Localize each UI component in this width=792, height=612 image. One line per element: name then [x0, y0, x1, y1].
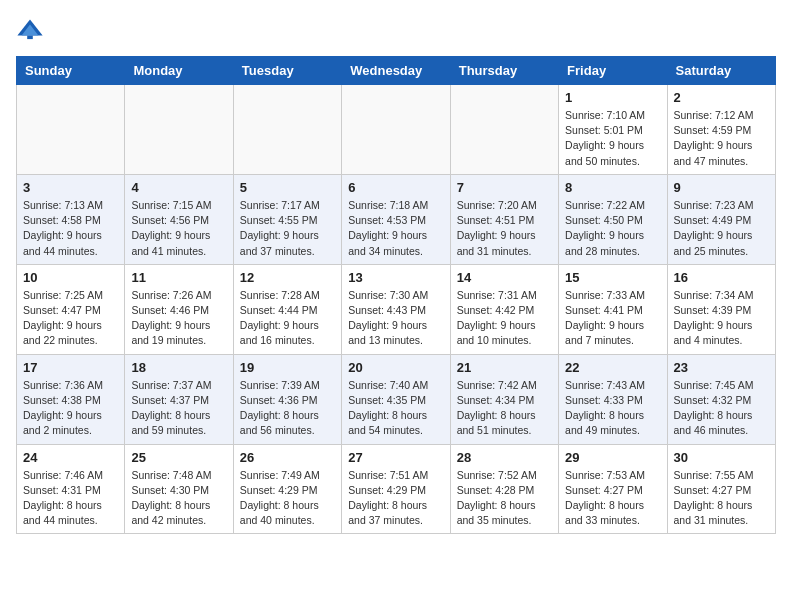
calendar-week-3: 10Sunrise: 7:25 AMSunset: 4:47 PMDayligh… — [17, 264, 776, 354]
calendar-cell: 9Sunrise: 7:23 AMSunset: 4:49 PMDaylight… — [667, 174, 775, 264]
day-number: 13 — [348, 270, 443, 285]
calendar-cell: 11Sunrise: 7:26 AMSunset: 4:46 PMDayligh… — [125, 264, 233, 354]
day-number: 9 — [674, 180, 769, 195]
day-number: 14 — [457, 270, 552, 285]
day-number: 26 — [240, 450, 335, 465]
calendar-cell: 29Sunrise: 7:53 AMSunset: 4:27 PMDayligh… — [559, 444, 667, 534]
calendar-cell: 7Sunrise: 7:20 AMSunset: 4:51 PMDaylight… — [450, 174, 558, 264]
logo-icon — [16, 16, 44, 44]
day-info: Sunrise: 7:53 AMSunset: 4:27 PMDaylight:… — [565, 468, 660, 529]
day-number: 20 — [348, 360, 443, 375]
day-info: Sunrise: 7:23 AMSunset: 4:49 PMDaylight:… — [674, 198, 769, 259]
calendar-cell — [342, 85, 450, 175]
calendar-cell: 23Sunrise: 7:45 AMSunset: 4:32 PMDayligh… — [667, 354, 775, 444]
day-info: Sunrise: 7:40 AMSunset: 4:35 PMDaylight:… — [348, 378, 443, 439]
day-number: 7 — [457, 180, 552, 195]
calendar-week-4: 17Sunrise: 7:36 AMSunset: 4:38 PMDayligh… — [17, 354, 776, 444]
day-info: Sunrise: 7:20 AMSunset: 4:51 PMDaylight:… — [457, 198, 552, 259]
calendar-cell — [450, 85, 558, 175]
day-number: 8 — [565, 180, 660, 195]
calendar-cell: 28Sunrise: 7:52 AMSunset: 4:28 PMDayligh… — [450, 444, 558, 534]
calendar-cell: 10Sunrise: 7:25 AMSunset: 4:47 PMDayligh… — [17, 264, 125, 354]
day-number: 25 — [131, 450, 226, 465]
calendar-week-2: 3Sunrise: 7:13 AMSunset: 4:58 PMDaylight… — [17, 174, 776, 264]
calendar-cell: 2Sunrise: 7:12 AMSunset: 4:59 PMDaylight… — [667, 85, 775, 175]
calendar-cell: 17Sunrise: 7:36 AMSunset: 4:38 PMDayligh… — [17, 354, 125, 444]
calendar-cell: 4Sunrise: 7:15 AMSunset: 4:56 PMDaylight… — [125, 174, 233, 264]
calendar-cell: 12Sunrise: 7:28 AMSunset: 4:44 PMDayligh… — [233, 264, 341, 354]
day-number: 4 — [131, 180, 226, 195]
day-number: 17 — [23, 360, 118, 375]
day-number: 24 — [23, 450, 118, 465]
day-number: 12 — [240, 270, 335, 285]
weekday-header-thursday: Thursday — [450, 57, 558, 85]
day-number: 1 — [565, 90, 660, 105]
calendar-cell: 21Sunrise: 7:42 AMSunset: 4:34 PMDayligh… — [450, 354, 558, 444]
day-number: 15 — [565, 270, 660, 285]
day-info: Sunrise: 7:34 AMSunset: 4:39 PMDaylight:… — [674, 288, 769, 349]
day-info: Sunrise: 7:51 AMSunset: 4:29 PMDaylight:… — [348, 468, 443, 529]
day-info: Sunrise: 7:52 AMSunset: 4:28 PMDaylight:… — [457, 468, 552, 529]
day-info: Sunrise: 7:43 AMSunset: 4:33 PMDaylight:… — [565, 378, 660, 439]
calendar-week-1: 1Sunrise: 7:10 AMSunset: 5:01 PMDaylight… — [17, 85, 776, 175]
calendar-cell — [125, 85, 233, 175]
calendar-cell: 24Sunrise: 7:46 AMSunset: 4:31 PMDayligh… — [17, 444, 125, 534]
day-info: Sunrise: 7:12 AMSunset: 4:59 PMDaylight:… — [674, 108, 769, 169]
calendar-cell: 15Sunrise: 7:33 AMSunset: 4:41 PMDayligh… — [559, 264, 667, 354]
svg-rect-2 — [27, 36, 33, 40]
day-number: 16 — [674, 270, 769, 285]
day-number: 18 — [131, 360, 226, 375]
weekday-header-wednesday: Wednesday — [342, 57, 450, 85]
day-number: 29 — [565, 450, 660, 465]
calendar-cell: 20Sunrise: 7:40 AMSunset: 4:35 PMDayligh… — [342, 354, 450, 444]
calendar-table: SundayMondayTuesdayWednesdayThursdayFrid… — [16, 56, 776, 534]
day-info: Sunrise: 7:36 AMSunset: 4:38 PMDaylight:… — [23, 378, 118, 439]
day-info: Sunrise: 7:22 AMSunset: 4:50 PMDaylight:… — [565, 198, 660, 259]
calendar-cell: 13Sunrise: 7:30 AMSunset: 4:43 PMDayligh… — [342, 264, 450, 354]
day-info: Sunrise: 7:48 AMSunset: 4:30 PMDaylight:… — [131, 468, 226, 529]
calendar-cell: 3Sunrise: 7:13 AMSunset: 4:58 PMDaylight… — [17, 174, 125, 264]
calendar-cell: 5Sunrise: 7:17 AMSunset: 4:55 PMDaylight… — [233, 174, 341, 264]
day-number: 19 — [240, 360, 335, 375]
day-number: 22 — [565, 360, 660, 375]
calendar-cell — [17, 85, 125, 175]
calendar-cell: 16Sunrise: 7:34 AMSunset: 4:39 PMDayligh… — [667, 264, 775, 354]
page-header — [16, 16, 776, 44]
day-info: Sunrise: 7:18 AMSunset: 4:53 PMDaylight:… — [348, 198, 443, 259]
weekday-header-monday: Monday — [125, 57, 233, 85]
calendar-cell: 25Sunrise: 7:48 AMSunset: 4:30 PMDayligh… — [125, 444, 233, 534]
calendar-cell: 30Sunrise: 7:55 AMSunset: 4:27 PMDayligh… — [667, 444, 775, 534]
day-number: 3 — [23, 180, 118, 195]
calendar-cell: 14Sunrise: 7:31 AMSunset: 4:42 PMDayligh… — [450, 264, 558, 354]
calendar-header-row: SundayMondayTuesdayWednesdayThursdayFrid… — [17, 57, 776, 85]
calendar-cell: 27Sunrise: 7:51 AMSunset: 4:29 PMDayligh… — [342, 444, 450, 534]
day-info: Sunrise: 7:31 AMSunset: 4:42 PMDaylight:… — [457, 288, 552, 349]
day-number: 2 — [674, 90, 769, 105]
day-info: Sunrise: 7:15 AMSunset: 4:56 PMDaylight:… — [131, 198, 226, 259]
day-info: Sunrise: 7:42 AMSunset: 4:34 PMDaylight:… — [457, 378, 552, 439]
day-info: Sunrise: 7:10 AMSunset: 5:01 PMDaylight:… — [565, 108, 660, 169]
day-info: Sunrise: 7:33 AMSunset: 4:41 PMDaylight:… — [565, 288, 660, 349]
day-number: 21 — [457, 360, 552, 375]
calendar-cell: 19Sunrise: 7:39 AMSunset: 4:36 PMDayligh… — [233, 354, 341, 444]
calendar-cell: 18Sunrise: 7:37 AMSunset: 4:37 PMDayligh… — [125, 354, 233, 444]
day-info: Sunrise: 7:17 AMSunset: 4:55 PMDaylight:… — [240, 198, 335, 259]
day-info: Sunrise: 7:25 AMSunset: 4:47 PMDaylight:… — [23, 288, 118, 349]
day-info: Sunrise: 7:46 AMSunset: 4:31 PMDaylight:… — [23, 468, 118, 529]
calendar-cell: 26Sunrise: 7:49 AMSunset: 4:29 PMDayligh… — [233, 444, 341, 534]
day-info: Sunrise: 7:49 AMSunset: 4:29 PMDaylight:… — [240, 468, 335, 529]
day-info: Sunrise: 7:55 AMSunset: 4:27 PMDaylight:… — [674, 468, 769, 529]
day-number: 6 — [348, 180, 443, 195]
day-info: Sunrise: 7:37 AMSunset: 4:37 PMDaylight:… — [131, 378, 226, 439]
day-number: 10 — [23, 270, 118, 285]
calendar-cell — [233, 85, 341, 175]
day-number: 11 — [131, 270, 226, 285]
day-number: 23 — [674, 360, 769, 375]
day-info: Sunrise: 7:26 AMSunset: 4:46 PMDaylight:… — [131, 288, 226, 349]
weekday-header-saturday: Saturday — [667, 57, 775, 85]
day-info: Sunrise: 7:28 AMSunset: 4:44 PMDaylight:… — [240, 288, 335, 349]
day-number: 28 — [457, 450, 552, 465]
day-number: 30 — [674, 450, 769, 465]
weekday-header-friday: Friday — [559, 57, 667, 85]
calendar-cell: 8Sunrise: 7:22 AMSunset: 4:50 PMDaylight… — [559, 174, 667, 264]
